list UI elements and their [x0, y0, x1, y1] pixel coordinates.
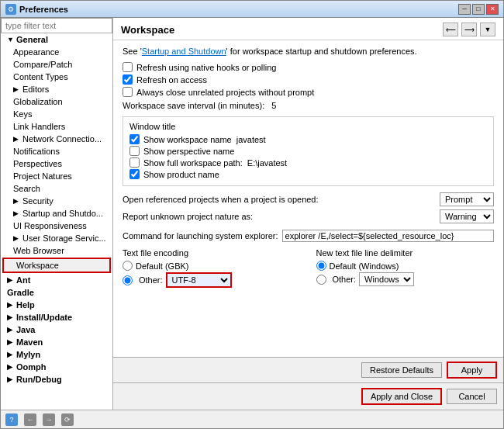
encoding-default-label: Default (GBK) — [136, 261, 188, 271]
sidebar-item-label: Web Browser — [13, 246, 64, 255]
sidebar-item-gradle[interactable]: Gradle — [1, 286, 112, 299]
wt-show-product-checkbox[interactable] — [129, 169, 140, 179]
sidebar-item-security[interactable]: ▶ Security — [1, 195, 112, 207]
desc-prefix: See ' — [123, 47, 142, 56]
always-close-checkbox[interactable] — [123, 87, 133, 97]
sidebar-item-appearance[interactable]: Appearance — [1, 46, 112, 58]
wt-show-workspace-row: Show workspace name javatest — [129, 134, 487, 144]
sidebar-item-ant[interactable]: ▶ Ant — [1, 274, 112, 286]
sidebar-item-label: UI Responsiveness — [13, 221, 87, 230]
save-interval-label: Workspace save interval (in minutes): — [123, 101, 264, 110]
sidebar-item-install-update[interactable]: ▶ Install/Update — [1, 311, 112, 323]
refresh-on-access-row: Refresh on access — [123, 74, 494, 85]
line-other-radio[interactable] — [316, 275, 326, 285]
sidebar-item-notifications[interactable]: Notifications — [1, 145, 112, 157]
sidebar-item-editors[interactable]: ▶ Editors — [1, 83, 112, 95]
sidebar-item-keys[interactable]: Keys — [1, 108, 112, 120]
main-content: ▼ General Appearance Compare/Patch Conte… — [1, 18, 503, 410]
minimize-button[interactable]: ─ — [458, 4, 471, 15]
restore-defaults-button[interactable]: Restore Defaults — [361, 362, 442, 378]
sidebar-item-label: Run/Debug — [16, 375, 62, 384]
sidebar-item-label: Compare/Patch — [13, 60, 72, 69]
report-unknown-select[interactable]: Warning Error Ignore — [440, 209, 494, 223]
sidebar-item-content-types[interactable]: Content Types — [1, 71, 112, 83]
expand-arrow: ▶ — [7, 301, 15, 309]
sidebar-item-maven[interactable]: ▶ Maven — [1, 336, 112, 348]
sidebar-item-label: Help — [16, 300, 35, 310]
refresh-icon[interactable]: ⟳ — [61, 413, 74, 426]
sidebar-item-label: Appearance — [13, 47, 59, 57]
sidebar-item-java[interactable]: ▶ Java — [1, 323, 112, 336]
cancel-button[interactable]: Cancel — [447, 389, 497, 404]
wt-full-path-value: E:\javatest — [247, 158, 287, 168]
sidebar-item-ui-responsiveness[interactable]: UI Responsiveness — [1, 220, 112, 232]
line-default-radio[interactable] — [316, 261, 326, 271]
sidebar-item-perspectives[interactable]: Perspectives — [1, 157, 112, 170]
apply-and-close-button[interactable]: Apply and Close — [361, 388, 442, 405]
sidebar: ▼ General Appearance Compare/Patch Conte… — [1, 18, 113, 410]
forward-icon[interactable]: → — [43, 413, 55, 426]
sidebar-item-search[interactable]: Search — [1, 182, 112, 195]
right-panel: Workspace ⟵ ⟶ ▼ See 'Startup and Shutdow… — [113, 18, 503, 410]
apply-button[interactable]: Apply — [447, 362, 497, 379]
command-row: Command for launching system explorer: — [123, 230, 494, 242]
sidebar-item-compare-patch[interactable]: Compare/Patch — [1, 58, 112, 71]
sidebar-item-run-debug[interactable]: ▶ Run/Debug — [1, 373, 112, 386]
close-button[interactable]: ✕ — [486, 4, 499, 15]
sidebar-item-label: Ant — [16, 275, 30, 285]
expand-arrow: ▶ — [13, 209, 21, 217]
encoding-other-label: Other: — [139, 275, 163, 285]
startup-shutdown-link[interactable]: Startup and Shutdown — [142, 47, 226, 56]
wt-show-perspective-checkbox[interactable] — [129, 146, 140, 156]
sidebar-item-user-storage[interactable]: ▶ User Storage Servic... — [1, 232, 112, 244]
sidebar-item-mylyn[interactable]: ▶ Mylyn — [1, 348, 112, 361]
sidebar-item-workspace[interactable]: Workspace — [4, 259, 109, 272]
sidebar-item-startup-shutdown[interactable]: ▶ Startup and Shutdo... — [1, 207, 112, 220]
nav-dropdown-button[interactable]: ▼ — [480, 22, 495, 36]
panel-body: See 'Startup and Shutdown' for workspace… — [113, 40, 503, 357]
wt-show-full-path-checkbox[interactable] — [129, 157, 140, 168]
sidebar-item-link-handlers[interactable]: Link Handlers — [1, 120, 112, 133]
back-icon[interactable]: ← — [24, 413, 36, 426]
encoding-default-radio[interactable] — [123, 261, 133, 271]
line-other-row: Other: Windows Unix Mac — [316, 272, 495, 286]
refresh-on-access-checkbox[interactable] — [123, 74, 133, 85]
maximize-button[interactable]: □ — [472, 4, 485, 15]
nav-forward-button[interactable]: ⟶ — [461, 22, 477, 36]
encoding-other-radio[interactable] — [123, 275, 133, 285]
report-unknown-row: Report unknown project nature as: Warnin… — [123, 209, 494, 223]
wt-show-full-path-label: Show full workspace path: — [143, 158, 243, 168]
refresh-native-label: Refresh using native hooks or polling — [136, 63, 276, 72]
line-other-select[interactable]: Windows Unix Mac — [359, 272, 414, 286]
sidebar-item-network-connection[interactable]: ▶ Network Connectio... — [1, 133, 112, 145]
expand-arrow: ▶ — [13, 197, 21, 205]
refresh-native-checkbox[interactable] — [123, 62, 133, 72]
filter-input[interactable] — [1, 18, 112, 33]
command-input[interactable] — [282, 230, 494, 242]
sidebar-item-label: Content Types — [13, 72, 68, 81]
sidebar-item-web-browser[interactable]: Web Browser — [1, 244, 112, 257]
open-referenced-select[interactable]: Prompt Always Never — [440, 192, 494, 206]
wt-show-perspective-label: Show perspective name — [143, 147, 234, 156]
text-file-encoding-title: Text file encoding — [123, 248, 301, 258]
sidebar-item-label: Startup and Shutdo... — [22, 209, 103, 218]
window-title-label: Window title — [129, 122, 487, 131]
wt-show-workspace-label: Show workspace name — [143, 135, 232, 144]
sidebar-item-label: Notifications — [13, 147, 60, 156]
sidebar-item-oomph[interactable]: ▶ Oomph — [1, 361, 112, 373]
sidebar-item-globalization[interactable]: Globalization — [1, 95, 112, 108]
report-unknown-label: Report unknown project nature as: — [123, 212, 440, 221]
nav-back-button[interactable]: ⟵ — [443, 22, 458, 36]
sidebar-item-project-natures[interactable]: Project Natures — [1, 170, 112, 182]
sidebar-item-label: Editors — [22, 85, 49, 94]
encoding-other-select[interactable]: UTF-8 GBK ISO-8859-1 — [166, 272, 232, 288]
status-bar: ? ← → ⟳ — [1, 410, 503, 428]
expand-arrow: ▶ — [7, 313, 15, 321]
encoding-section: Text file encoding Default (GBK) Other: … — [123, 248, 494, 289]
sidebar-item-label: Java — [16, 325, 35, 334]
sidebar-item-help[interactable]: ▶ Help — [1, 299, 112, 311]
line-other-label: Other: — [333, 275, 357, 284]
help-icon[interactable]: ? — [5, 413, 18, 426]
wt-show-workspace-checkbox[interactable] — [129, 134, 140, 144]
sidebar-item-general[interactable]: ▼ General — [1, 33, 112, 46]
